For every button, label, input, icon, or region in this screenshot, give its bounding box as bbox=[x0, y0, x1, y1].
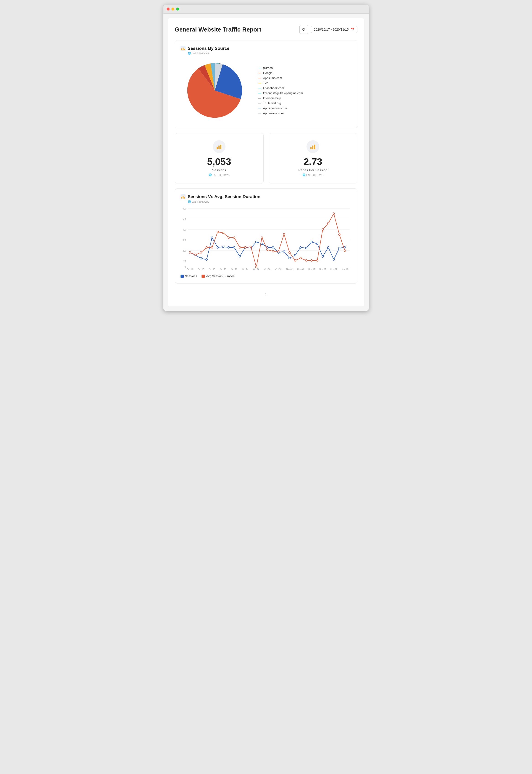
svg-point-74 bbox=[244, 247, 246, 248]
legend-label: Intercom.help bbox=[263, 96, 281, 100]
svg-text:100: 100 bbox=[182, 260, 186, 263]
page-footer: 1 bbox=[175, 289, 357, 300]
svg-point-82 bbox=[288, 252, 290, 253]
svg-point-37 bbox=[200, 258, 202, 259]
pages-stat-icon bbox=[307, 140, 319, 153]
svg-point-50 bbox=[272, 247, 274, 248]
svg-point-90 bbox=[333, 213, 334, 215]
header-controls: ↻ 2020/10/17 - 2020/11/15 📅 bbox=[299, 25, 357, 34]
chart-icon bbox=[181, 46, 186, 51]
svg-point-83 bbox=[294, 260, 296, 261]
legend-color bbox=[258, 113, 261, 113]
svg-text:Oct 28: Oct 28 bbox=[264, 268, 270, 271]
sessions-chart-period: 🌐 LAST 30 DAYS bbox=[188, 200, 352, 203]
svg-text:Oct 26: Oct 26 bbox=[253, 268, 259, 271]
svg-point-86 bbox=[311, 260, 312, 261]
svg-point-47 bbox=[255, 241, 257, 243]
svg-point-77 bbox=[261, 237, 263, 239]
svg-point-60 bbox=[327, 247, 329, 248]
svg-point-39 bbox=[211, 237, 213, 239]
legend-label: T.co bbox=[263, 81, 269, 85]
page-title: General Website Traffic Report bbox=[175, 26, 262, 33]
svg-text:Nov 05: Nov 05 bbox=[308, 268, 315, 271]
sessions-by-source-header: Sessions By Source bbox=[181, 46, 352, 51]
page-content: General Website Traffic Report ↻ 2020/10… bbox=[168, 18, 364, 306]
svg-rect-3 bbox=[310, 147, 312, 149]
chart-legend: Sessions Avg Session Duration bbox=[181, 274, 352, 278]
line-chart-svg: 600 500 400 300 200 100 0 Oct bbox=[181, 207, 352, 271]
svg-text:Oct 16: Oct 16 bbox=[198, 268, 204, 271]
legend-label: Appsumo.com bbox=[263, 76, 282, 80]
legend-color bbox=[258, 73, 261, 73]
legend-label: Oviondstage13.wpengine.com bbox=[263, 91, 303, 95]
avg-session-legend-color bbox=[202, 275, 205, 278]
legend-color bbox=[258, 103, 261, 103]
page-header: General Website Traffic Report ↻ 2020/10… bbox=[175, 25, 357, 34]
svg-text:500: 500 bbox=[182, 218, 186, 221]
line-chart: 600 500 400 300 200 100 0 Oct bbox=[181, 207, 352, 271]
sessions-chart-title: Sessions Vs Avg. Session Duration bbox=[188, 194, 261, 199]
svg-point-92 bbox=[344, 250, 346, 252]
svg-point-38 bbox=[206, 259, 207, 261]
calendar-icon: 📅 bbox=[351, 28, 354, 31]
avg-session-legend-item: Avg Session Duration bbox=[202, 274, 235, 278]
svg-rect-0 bbox=[217, 147, 218, 149]
sessions-chart-card: Sessions Vs Avg. Session Duration 🌐 LAST… bbox=[175, 188, 357, 284]
svg-text:Nov 09: Nov 09 bbox=[330, 268, 337, 271]
svg-point-64 bbox=[189, 252, 191, 253]
svg-point-89 bbox=[327, 222, 329, 224]
pie-section: (Direct) Google Appsumo.com T.co L.faceb… bbox=[181, 58, 352, 122]
svg-point-63 bbox=[344, 247, 346, 248]
sessions-legend-label: Sessions bbox=[185, 274, 197, 278]
legend-item: App.asana.com bbox=[258, 111, 303, 115]
svg-rect-1 bbox=[218, 145, 220, 149]
legend-label: (Direct) bbox=[263, 66, 273, 70]
legend-item: Google bbox=[258, 71, 303, 75]
sessions-value: 5,053 bbox=[207, 156, 231, 167]
svg-point-48 bbox=[261, 243, 263, 245]
svg-text:0: 0 bbox=[185, 266, 186, 269]
refresh-button[interactable]: ↻ bbox=[299, 25, 308, 34]
date-range-text: 2020/10/17 - 2020/11/15 bbox=[314, 28, 349, 31]
legend-color bbox=[258, 83, 261, 83]
svg-point-53 bbox=[288, 257, 290, 259]
svg-point-75 bbox=[250, 246, 252, 248]
svg-text:Oct 20: Oct 20 bbox=[220, 268, 226, 271]
globe-icon-3: 🌐 bbox=[302, 173, 306, 176]
date-range-picker[interactable]: 2020/10/17 - 2020/11/15 📅 bbox=[311, 26, 357, 33]
pages-value: 2.73 bbox=[304, 156, 322, 167]
svg-text:Nov 11: Nov 11 bbox=[341, 268, 348, 271]
minimize-button[interactable] bbox=[171, 8, 174, 10]
svg-rect-2 bbox=[220, 144, 221, 149]
svg-point-68 bbox=[211, 247, 213, 248]
svg-point-66 bbox=[200, 252, 202, 253]
globe-icon-4: 🌐 bbox=[188, 200, 191, 203]
svg-rect-5 bbox=[314, 144, 315, 149]
chart-icon-2 bbox=[181, 194, 186, 199]
svg-point-85 bbox=[305, 260, 307, 261]
page-number: 1 bbox=[265, 292, 267, 296]
svg-point-56 bbox=[305, 247, 307, 249]
svg-point-42 bbox=[228, 247, 229, 248]
sessions-label: Sessions bbox=[212, 168, 226, 172]
svg-point-88 bbox=[322, 229, 323, 231]
svg-point-79 bbox=[272, 251, 274, 252]
legend-color bbox=[258, 68, 261, 68]
svg-point-41 bbox=[222, 246, 224, 248]
svg-point-72 bbox=[233, 237, 235, 239]
legend-color bbox=[258, 78, 261, 78]
maximize-button[interactable] bbox=[176, 8, 179, 10]
svg-point-54 bbox=[294, 254, 296, 256]
titlebar bbox=[163, 5, 369, 14]
legend-label: Tr5.lemlst.org bbox=[263, 101, 281, 105]
pages-stat-card: 2.73 Pages Per Session 🌐 LAST 30 DAYS bbox=[269, 133, 357, 183]
svg-text:300: 300 bbox=[182, 239, 186, 242]
sessions-chart-header: Sessions Vs Avg. Session Duration bbox=[181, 194, 352, 199]
sessions-stat-icon bbox=[213, 140, 225, 153]
legend-item: L.facebook.com bbox=[258, 86, 303, 90]
app-window: General Website Traffic Report ↻ 2020/10… bbox=[163, 5, 369, 311]
sessions-stat-card: 5,053 Sessions 🌐 LAST 30 DAYS bbox=[175, 133, 264, 183]
close-button[interactable] bbox=[167, 8, 170, 10]
svg-point-80 bbox=[278, 251, 279, 252]
legend-item: Appsumo.com bbox=[258, 76, 303, 80]
